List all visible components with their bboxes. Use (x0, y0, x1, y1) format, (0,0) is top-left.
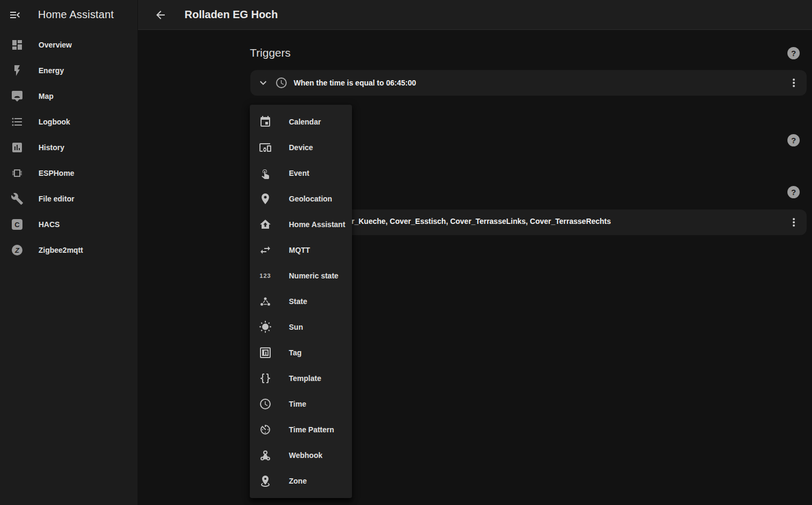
devices-icon (259, 141, 272, 154)
menu-item-label: Device (289, 143, 313, 152)
sidebar-item-history[interactable]: History (0, 135, 137, 160)
menu-item-tag[interactable]: Tag (250, 340, 352, 366)
flash-icon (11, 64, 24, 77)
sidebar-item-label: History (39, 143, 64, 152)
menu-item-label: Zone (289, 477, 307, 485)
menu-item-label: Time Pattern (289, 425, 334, 434)
menu-item-calendar[interactable]: Calendar (250, 109, 352, 135)
menu-item-label: Time (289, 400, 306, 408)
sidebar-item-label: Map (39, 92, 53, 100)
sidebar-item-label: Zigbee2mqtt (39, 246, 83, 254)
menu-item-label: MQTT (289, 246, 310, 254)
sidebar-item-energy[interactable]: Energy (0, 58, 137, 83)
home-assistant-icon (259, 218, 272, 231)
sidebar-item-label: File editor (39, 195, 74, 203)
menu-collapse-icon (9, 9, 21, 21)
menu-item-device[interactable]: Device (250, 135, 352, 160)
map-marker-radius-icon (259, 475, 272, 487)
appbar: Rolladen EG Hoch (138, 0, 812, 30)
trigger-menu-button[interactable] (787, 76, 800, 89)
menu-item-label: Sun (289, 323, 303, 331)
chart-box-icon (11, 141, 24, 154)
sidebar-item-map[interactable]: Map (0, 83, 137, 109)
menu-item-label: State (289, 297, 307, 306)
trigger-summary: When the time is equal to 06:45:00 (294, 79, 416, 87)
menu-item-label: Geolocation (289, 195, 332, 203)
triggers-heading: Triggers (250, 46, 290, 59)
trigger-type-menu: Calendar Device Event Geolocation Home A… (250, 105, 352, 498)
sidebar-item-overview[interactable]: Overview (0, 32, 137, 58)
calendar-icon (259, 115, 272, 128)
clock-outline-icon (259, 398, 272, 410)
webhook-icon (259, 449, 272, 462)
state-machine-icon (259, 295, 272, 308)
conditions-help-icon[interactable]: ? (787, 134, 800, 146)
menu-item-sun[interactable]: Sun (250, 314, 352, 340)
menu-item-state[interactable]: State (250, 289, 352, 314)
sidebar-item-label: Logbook (39, 118, 70, 126)
menu-item-mqtt[interactable]: MQTT (250, 237, 352, 263)
gesture-tap-icon (259, 167, 272, 180)
sidebar-item-esphome[interactable]: ESPHome (0, 160, 137, 186)
dots-vertical-icon (787, 216, 800, 229)
nfc-tag-icon (259, 346, 272, 359)
app-title: Home Assistant (38, 9, 114, 21)
map-marker-icon (259, 192, 272, 205)
expand-toggle-button[interactable] (257, 76, 270, 89)
sidebar-item-zigbee2mqtt[interactable]: Z Zigbee2mqtt (0, 237, 137, 263)
menu-item-template[interactable]: Template (250, 366, 352, 391)
menu-item-event[interactable]: Event (250, 160, 352, 186)
sidebar-item-logbook[interactable]: Logbook (0, 109, 137, 135)
menu-item-label: Tag (289, 348, 302, 357)
dots-vertical-icon (787, 76, 800, 89)
sidebar-item-label: Energy (39, 66, 64, 75)
chip-icon (11, 167, 24, 180)
tooltip-account-icon (11, 90, 24, 103)
menu-item-label: Numeric state (289, 271, 339, 280)
menu-item-zone[interactable]: Zone (250, 468, 352, 494)
action-menu-button[interactable] (787, 216, 800, 229)
numeric-123-icon: 123 (259, 269, 272, 282)
home-assistant-window: Home Assistant Overview Energy Map Logbo… (0, 0, 812, 505)
menu-item-geolocation[interactable]: Geolocation (250, 186, 352, 212)
back-button[interactable] (154, 9, 167, 21)
code-braces-icon (259, 372, 272, 385)
arrow-left-icon (154, 9, 167, 21)
sidebar-item-label: HACS (39, 220, 60, 229)
page-title: Rolladen EG Hoch (185, 9, 278, 21)
chevron-down-icon (257, 76, 270, 89)
action-summary: r_Kueche, Cover_Esstisch, Cover_Terrasse… (351, 217, 611, 226)
sidebar: Home Assistant Overview Energy Map Logbo… (0, 0, 138, 505)
trigger-card[interactable]: When the time is equal to 06:45:00 (250, 70, 807, 96)
sidebar-header: Home Assistant (0, 0, 137, 30)
sidebar-item-label: ESPHome (39, 169, 74, 177)
clock-icon (275, 76, 288, 89)
menu-item-label: Calendar (289, 118, 321, 126)
sun-icon (259, 321, 272, 333)
menu-item-home-assistant[interactable]: Home Assistant (250, 212, 352, 237)
menu-item-time-pattern[interactable]: Time Pattern (250, 417, 352, 442)
hacs-badge-icon: C (11, 218, 24, 231)
sidebar-item-label: Overview (39, 41, 72, 49)
view-dashboard-icon (11, 38, 24, 51)
swap-horizontal-icon (259, 244, 272, 257)
menu-item-label: Home Assistant (289, 220, 345, 229)
sidebar-collapse-button[interactable] (9, 9, 21, 21)
timer-icon (259, 423, 272, 436)
automation-editor: Triggers ? ? ? When the time is equal to… (138, 30, 812, 505)
menu-item-webhook[interactable]: Webhook (250, 442, 352, 468)
triggers-help-icon[interactable]: ? (787, 47, 800, 59)
menu-item-label: Template (289, 374, 321, 383)
menu-item-numeric-state[interactable]: 123 Numeric state (250, 263, 352, 289)
sidebar-nav: Overview Energy Map Logbook History ESPH… (0, 30, 137, 263)
sidebar-item-file-editor[interactable]: File editor (0, 186, 137, 212)
format-list-bulleted-icon (11, 115, 24, 128)
wrench-icon (11, 192, 24, 205)
zigbee-badge-icon: Z (11, 244, 24, 257)
menu-item-label: Webhook (289, 451, 323, 460)
menu-item-time[interactable]: Time (250, 391, 352, 417)
sidebar-item-hacs[interactable]: C HACS (0, 212, 137, 237)
menu-item-label: Event (289, 169, 309, 177)
actions-help-icon[interactable]: ? (787, 186, 800, 198)
